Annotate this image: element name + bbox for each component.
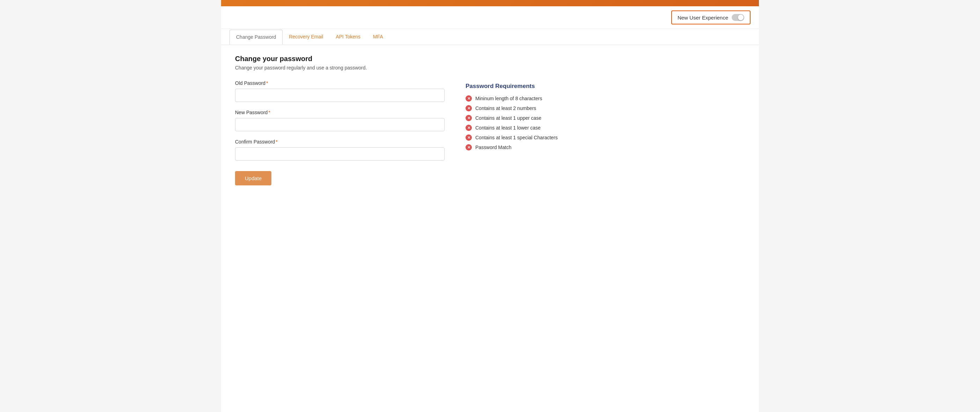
req-icon-special-chars: ✕ — [466, 134, 472, 141]
req-text-special-chars: Contains at least 1 special Characters — [475, 135, 558, 140]
confirm-password-input[interactable] — [235, 147, 445, 161]
new-password-input[interactable] — [235, 118, 445, 131]
tab-mfa[interactable]: MFA — [367, 29, 390, 45]
req-text-two-numbers: Contains at least 2 numbers — [475, 105, 536, 111]
tab-change-password[interactable]: Change Password — [229, 30, 283, 45]
app-wrapper: New User Experience Change Password Reco… — [221, 0, 759, 412]
confirm-password-required: * — [275, 139, 277, 145]
old-password-input[interactable] — [235, 89, 445, 102]
req-item-lower-case: ✕Contains at least 1 lower case — [466, 125, 563, 131]
req-item-special-chars: ✕Contains at least 1 special Characters — [466, 134, 563, 141]
confirm-password-label: Confirm Password* — [235, 139, 445, 145]
req-item-min-length: ✕Mininum length of 8 characters — [466, 95, 563, 102]
main-container: Change Password Recovery Email API Token… — [221, 29, 759, 195]
update-button[interactable]: Update — [235, 171, 271, 185]
req-icon-password-match: ✕ — [466, 144, 472, 151]
old-password-label: Old Password* — [235, 80, 445, 86]
top-bar — [221, 0, 759, 6]
req-icon-min-length: ✕ — [466, 95, 472, 102]
new-password-label: New Password* — [235, 110, 445, 115]
old-password-required: * — [266, 80, 268, 86]
requirements-list: ✕Mininum length of 8 characters✕Contains… — [466, 95, 563, 151]
req-text-upper-case: Contains at least 1 upper case — [475, 115, 541, 121]
requirements-section: Password Requirements ✕Mininum length of… — [466, 55, 563, 185]
tab-api-tokens[interactable]: API Tokens — [329, 29, 367, 45]
req-text-password-match: Password Match — [475, 145, 511, 150]
requirements-title: Password Requirements — [466, 83, 563, 90]
nue-toggle[interactable] — [732, 14, 744, 21]
new-user-experience-box: New User Experience — [671, 11, 751, 24]
req-icon-lower-case: ✕ — [466, 125, 472, 131]
req-icon-upper-case: ✕ — [466, 115, 472, 121]
page-title: Change your password — [235, 55, 445, 63]
req-text-min-length: Mininum length of 8 characters — [475, 95, 542, 101]
form-section: Change your password Change your passwor… — [235, 55, 445, 185]
tab-recovery-email[interactable]: Recovery Email — [283, 29, 329, 45]
new-password-required: * — [268, 110, 270, 115]
tabs-row: Change Password Recovery Email API Token… — [221, 29, 759, 45]
nue-label: New User Experience — [678, 15, 728, 21]
req-item-password-match: ✕Password Match — [466, 144, 563, 151]
req-icon-two-numbers: ✕ — [466, 105, 472, 111]
content-area: Change your password Change your passwor… — [221, 45, 759, 195]
new-password-group: New Password* — [235, 110, 445, 131]
req-text-lower-case: Contains at least 1 lower case — [475, 125, 541, 130]
page-subtitle: Change your password regularly and use a… — [235, 65, 445, 70]
old-password-group: Old Password* — [235, 80, 445, 102]
confirm-password-group: Confirm Password* — [235, 139, 445, 161]
req-item-two-numbers: ✕Contains at least 2 numbers — [466, 105, 563, 111]
header-area: New User Experience — [221, 6, 759, 29]
req-item-upper-case: ✕Contains at least 1 upper case — [466, 115, 563, 121]
